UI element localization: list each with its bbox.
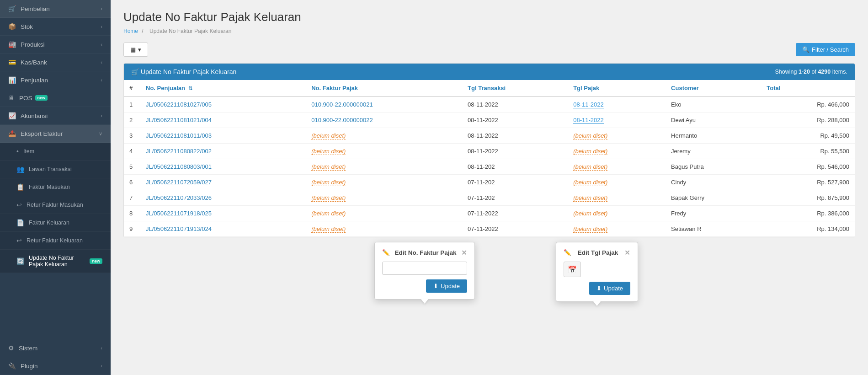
sidebar-item-label: Retur Faktur Masukan — [27, 202, 83, 208]
popover-edit-tgl[interactable]: ✏️ Edit Tgl Pajak ✕ 📅 ⬇ Update — [556, 242, 638, 302]
faktur-link[interactable]: 010.900-22.000000021 — [311, 101, 373, 108]
chevron-icon: ‹ — [101, 77, 102, 83]
sidebar-item-eksport-efaktur[interactable]: 📤 Eksport Efaktur ∨ — [0, 125, 111, 143]
sidebar-item-label: Faktur Keluaran — [29, 220, 69, 226]
tgl-pajak-link[interactable]: 08-11-2022 — [573, 101, 604, 108]
not-set-faktur[interactable]: (belum diset) — [311, 148, 346, 155]
cell-no-penjualan: JL/05062211081021/004 — [140, 112, 306, 128]
cell-no-faktur: (belum diset) — [306, 190, 462, 206]
sidebar-item-produksi[interactable]: 🏭 Produksi ‹ — [0, 36, 111, 54]
sidebar-item-akuntansi[interactable]: 📈 Akuntansi ‹ — [0, 107, 111, 125]
popover-edit-faktur[interactable]: ✏️ Edit No. Faktur Pajak ✕ ⬇ Update — [374, 242, 475, 300]
sidebar-item-plugin[interactable]: 🔌 Plugin ‹ — [0, 357, 111, 375]
sidebar-item-update-no-faktur[interactable]: 🔄 Update No Faktur Pajak Keluaran new — [0, 250, 111, 273]
not-set-tgl[interactable]: (belum diset) — [573, 225, 607, 233]
table-body: 1 JL/05062211081027/005 010.900-22.00000… — [124, 96, 855, 237]
not-set-tgl[interactable]: (belum diset) — [573, 163, 607, 171]
breadcrumb-home[interactable]: Home — [123, 28, 138, 34]
penjualan-link[interactable]: JL/05062211081021/004 — [146, 117, 212, 123]
table-row: 4 JL/05062211080822/002 (belum diset) 08… — [124, 144, 855, 159]
not-set-tgl[interactable]: (belum diset) — [573, 179, 607, 186]
sidebar: 🛒 Pembelian ‹ 📦 Stok ‹ 🏭 Produksi ‹ 💳 Ka… — [0, 0, 111, 375]
sidebar-item-lawan-transaksi[interactable]: 👥 Lawan Transaksi — [0, 161, 111, 178]
not-set-faktur[interactable]: (belum diset) — [311, 132, 346, 139]
calendar-button[interactable]: 📅 — [564, 262, 581, 277]
penjualan-link[interactable]: JL/05062211081011/003 — [146, 132, 212, 139]
table-row: 9 JL/05062211071913/024 (belum diset) 07… — [124, 221, 855, 237]
cell-no-penjualan: JL/05062211072033/026 — [140, 190, 306, 206]
cell-tgl-pajak: (belum diset) — [568, 159, 666, 175]
table-row: 5 JL/05062211080803/001 (belum diset) 08… — [124, 159, 855, 175]
akuntansi-icon: 📈 — [8, 112, 16, 119]
sidebar-item-retur-faktur-masukan[interactable]: ↩ Retur Faktur Masukan — [0, 196, 111, 214]
faktur-update-button[interactable]: ⬇ Update — [426, 279, 467, 293]
penjualan-link[interactable]: JL/05062211080803/001 — [146, 163, 212, 170]
popover-faktur-arrow — [421, 299, 428, 304]
not-set-tgl[interactable]: (belum diset) — [573, 194, 607, 202]
cell-no-penjualan: JL/05062211071913/024 — [140, 221, 306, 237]
popover-tgl-title: ✏️ Edit Tgl Pajak ✕ — [564, 249, 630, 256]
popover-faktur-close[interactable]: ✕ — [461, 249, 467, 256]
tgl-update-button[interactable]: ⬇ Update — [589, 282, 630, 295]
not-set-faktur[interactable]: (belum diset) — [311, 179, 346, 186]
sidebar-item-sistem[interactable]: ⚙ Sistem ‹ — [0, 339, 111, 357]
sidebar-item-penjualan[interactable]: 📊 Penjualan ‹ — [0, 71, 111, 89]
cell-num: 9 — [124, 221, 140, 237]
cell-no-penjualan: JL/05062211072059/027 — [140, 175, 306, 190]
col-total: Total — [761, 80, 855, 96]
faktur-link[interactable]: 010.900-22.000000022 — [311, 117, 373, 123]
breadcrumb-separator: / — [142, 28, 145, 34]
sidebar-item-pembelian[interactable]: 🛒 Pembelian ‹ — [0, 0, 111, 18]
toolbar: ▦ ▾ 🔍 Filter / Search — [123, 43, 855, 57]
columns-icon: ▦ — [130, 46, 136, 53]
penjualan-link[interactable]: JL/05062211081027/005 — [146, 101, 212, 108]
cell-no-faktur: (belum diset) — [306, 128, 462, 144]
sidebar-item-pos[interactable]: 🖥 POS new — [0, 89, 111, 107]
penjualan-link[interactable]: JL/05062211080822/002 — [146, 148, 212, 155]
cell-total: Rp. 288,000 — [761, 112, 855, 128]
cell-tgl-pajak: 08-11-2022 — [568, 112, 666, 128]
cart-icon: 🛒 — [131, 68, 139, 75]
penjualan-link[interactable]: JL/05062211072033/026 — [146, 194, 212, 201]
cell-tgl-pajak: (belum diset) — [568, 128, 666, 144]
cell-customer: Bagus Putra — [666, 159, 761, 175]
sidebar-item-item[interactable]: • Item — [0, 143, 111, 161]
cell-no-faktur: (belum diset) — [306, 221, 462, 237]
cell-total: Rp. 386,000 — [761, 206, 855, 221]
chevron-icon: ‹ — [101, 42, 102, 47]
cell-total: Rp. 49,500 — [761, 128, 855, 144]
tgl-pajak-link[interactable]: 08-11-2022 — [573, 117, 604, 124]
not-set-tgl[interactable]: (belum diset) — [573, 148, 607, 155]
sidebar-item-faktur-masukan[interactable]: 📋 Faktur Masukan — [0, 178, 111, 196]
popover-tgl-close[interactable]: ✕ — [624, 249, 630, 256]
sidebar-item-retur-faktur-keluaran[interactable]: ↩ Retur Faktur Keluaran — [0, 232, 111, 250]
not-set-faktur[interactable]: (belum diset) — [311, 210, 346, 217]
sidebar-item-stok[interactable]: 📦 Stok ‹ — [0, 18, 111, 36]
not-set-faktur[interactable]: (belum diset) — [311, 194, 346, 202]
chevron-icon: ∨ — [99, 131, 102, 137]
not-set-faktur[interactable]: (belum diset) — [311, 225, 346, 233]
col-no-penjualan[interactable]: No. Penjualan ⇅ — [140, 80, 306, 96]
table-row: 7 JL/05062211072033/026 (belum diset) 07… — [124, 190, 855, 206]
sidebar-item-label: Retur Faktur Keluaran — [27, 237, 83, 244]
not-set-tgl[interactable]: (belum diset) — [573, 210, 607, 217]
penjualan-link[interactable]: JL/05062211071913/024 — [146, 225, 212, 232]
cell-num: 8 — [124, 206, 140, 221]
not-set-faktur[interactable]: (belum diset) — [311, 163, 346, 171]
sidebar-item-kasbank[interactable]: 💳 Kas/Bank ‹ — [0, 54, 111, 71]
pos-badge: new — [35, 95, 48, 101]
cell-no-faktur: 010.900-22.000000021 — [306, 96, 462, 112]
sidebar-item-label: Penjualan — [21, 77, 48, 84]
cell-num: 2 — [124, 112, 140, 128]
penjualan-link[interactable]: JL/05062211071918/025 — [146, 210, 212, 217]
chevron-icon: ‹ — [101, 59, 102, 65]
filter-search-button[interactable]: 🔍 Filter / Search — [796, 43, 855, 56]
cell-no-faktur: (belum diset) — [306, 206, 462, 221]
faktur-input[interactable] — [382, 262, 467, 275]
faktur-keluaran-icon: 📄 — [16, 219, 24, 226]
penjualan-link[interactable]: JL/05062211072059/027 — [146, 179, 212, 186]
not-set-tgl[interactable]: (belum diset) — [573, 132, 607, 139]
cell-num: 3 — [124, 128, 140, 144]
sidebar-item-faktur-keluaran[interactable]: 📄 Faktur Keluaran — [0, 214, 111, 232]
columns-button[interactable]: ▦ ▾ — [123, 43, 148, 57]
